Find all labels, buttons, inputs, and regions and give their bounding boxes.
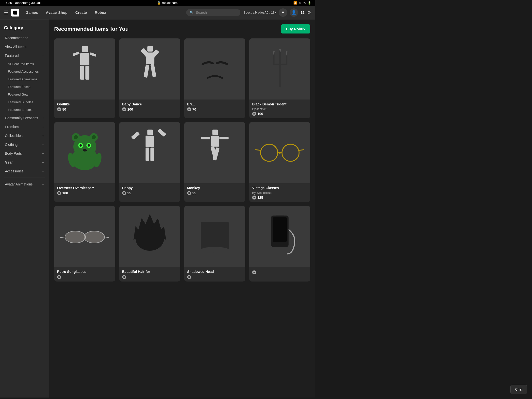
nav-robux[interactable]: Robux (91, 9, 110, 16)
svg-point-60 (201, 247, 229, 253)
search-icon: 🔍 (190, 11, 194, 15)
item-card-retro-sunglasses[interactable]: Retro Sunglasses R (54, 206, 115, 281)
svg-rect-35 (150, 148, 154, 161)
item-card-phone[interactable]: R (249, 206, 310, 281)
nav-avatar-shop[interactable]: Avatar Shop (42, 9, 71, 16)
sidebar-label-recommended: Recommended (5, 36, 28, 40)
item-price-retro-sunglasses: R (57, 275, 112, 279)
price-value-vintage-glasses: 125 (257, 196, 263, 200)
svg-point-48 (65, 231, 86, 243)
hamburger-menu-icon[interactable]: ☰ (4, 10, 8, 16)
sidebar-item-gear[interactable]: Gear + (1, 158, 48, 167)
item-card-shadowed-head[interactable]: Shadowed Head R (184, 206, 245, 281)
nav-links: Games Avatar Shop Create Robux (22, 9, 183, 16)
sidebar-item-accessories[interactable]: Accessories + (1, 167, 48, 176)
item-name-godlike: Godlike (57, 102, 112, 106)
price-value-overseer: 100 (62, 191, 68, 195)
item-info-phone: R (249, 267, 310, 277)
robux-balance: 12 (300, 11, 304, 15)
nav-right: SpectralHadesA5 : 13+ ≡ 👤 12 ⚙ (243, 8, 311, 17)
item-info-monkey: Monkey R 25 (184, 183, 245, 198)
item-price-err: R 70 (187, 107, 242, 111)
sidebar-item-body-parts[interactable]: Body Parts + (1, 149, 48, 158)
item-creator-vintage-glasses: By WhoToTrus (252, 191, 307, 195)
item-info-retro-sunglasses: Retro Sunglasses R (54, 267, 115, 281)
item-card-vintage-glasses[interactable]: Vintage Glasses By WhoToTrus R 125 (249, 122, 310, 202)
battery-indicator: 82 % (299, 1, 306, 5)
sidebar-item-collectibles[interactable]: Collectibles + (1, 131, 48, 140)
item-info-shadowed-head: Shadowed Head R (184, 267, 245, 281)
item-card-baby-dance[interactable]: Baby Dance R 100 (119, 38, 180, 118)
item-card-trident[interactable]: Black Demon Trident By Jazzyx3 R 100 (249, 38, 310, 118)
sidebar-label-featured: Featured (5, 54, 19, 58)
search-bar[interactable]: 🔍 Search (186, 9, 240, 16)
item-card-happy[interactable]: Happy R 25 (119, 122, 180, 202)
svg-rect-37 (211, 136, 219, 147)
item-image-happy (119, 122, 180, 183)
robux-coin-godlike: R (57, 107, 61, 111)
item-price-happy: R 25 (122, 191, 177, 195)
sidebar-item-avatar-animations[interactable]: Avatar Animations + (1, 180, 48, 189)
sidebar-featured-accessories[interactable]: Featured Accessories (2, 68, 49, 75)
sidebar-label-view-all: View All Items (5, 45, 26, 49)
sidebar-all-featured[interactable]: All Featured Items (2, 60, 49, 68)
avatar-icon-btn[interactable]: 👤 (290, 8, 298, 17)
body-parts-expand-icon: + (42, 151, 44, 155)
nav-games[interactable]: Games (22, 9, 41, 16)
wifi-icon: 📶 (293, 1, 297, 5)
status-right: 📶 82 % 🔋 (293, 1, 311, 5)
sidebar-featured-gear[interactable]: Featured Gear (2, 91, 49, 98)
buy-robux-button[interactable]: Buy Robux (281, 24, 310, 33)
svg-line-46 (299, 150, 304, 150)
svg-rect-11 (144, 64, 150, 78)
robux-coin-vintage-glasses: R (252, 196, 256, 200)
item-image-godlike (54, 38, 115, 100)
sidebar-item-community[interactable]: Community Creations + (1, 114, 48, 122)
sidebar-featured-animations[interactable]: Featured Animations (2, 75, 49, 83)
item-info-trident: Black Demon Trident By Jazzyx3 R 100 (249, 100, 310, 118)
svg-rect-1 (82, 46, 88, 52)
list-icon: ≡ (282, 10, 284, 15)
item-card-overseer[interactable]: Overseer Oversleeper: R 100 (54, 122, 115, 202)
content-area: Recommended Items for You Buy Robux (49, 19, 315, 398)
item-card-godlike[interactable]: Godlike R 80 (54, 38, 115, 118)
svg-rect-6 (85, 66, 89, 80)
sidebar-label-community: Community Creations (5, 116, 38, 120)
robux-coin-err: R (187, 107, 191, 111)
robux-coin-phone: R (252, 270, 256, 274)
collectibles-expand-icon: + (42, 134, 44, 138)
item-price-vintage-glasses: R 125 (252, 196, 307, 200)
svg-rect-62 (273, 217, 287, 242)
sidebar-item-view-all[interactable]: View All Items (1, 42, 48, 51)
svg-rect-59 (201, 222, 229, 250)
svg-point-25 (79, 144, 82, 147)
item-image-baby-dance (119, 38, 180, 100)
sidebar-item-clothing[interactable]: Clothing + (1, 140, 48, 149)
svg-rect-38 (201, 137, 210, 139)
settings-icon[interactable]: ⚙ (307, 10, 311, 16)
sidebar-featured-bundles[interactable]: Featured Bundles (2, 98, 49, 106)
svg-rect-33 (157, 129, 166, 137)
item-card-err[interactable]: Err... R 70 (184, 38, 245, 118)
item-info-baby-dance: Baby Dance R 100 (119, 100, 180, 114)
item-name-trident: Black Demon Trident (252, 102, 307, 106)
svg-rect-32 (131, 131, 140, 140)
item-price-shadowed-head: R (187, 275, 242, 279)
inventory-icon-btn[interactable]: ≡ (279, 8, 287, 17)
roblox-logo[interactable] (11, 9, 19, 17)
sidebar-label-gear: Gear (5, 160, 13, 164)
item-card-monkey[interactable]: Monkey R 25 (184, 122, 245, 202)
accessories-expand-icon: + (42, 169, 44, 173)
item-name-baby-dance: Baby Dance (122, 102, 177, 106)
item-card-hair[interactable]: Beautiful Hair for R (119, 206, 180, 281)
item-image-trident (249, 38, 310, 100)
sidebar-featured-faces[interactable]: Featured Faces (2, 83, 49, 91)
battery-icon: 🔋 (308, 1, 311, 5)
item-price-godlike: R 80 (57, 107, 112, 111)
svg-rect-7 (147, 46, 153, 51)
sidebar-item-recommended[interactable]: Recommended (1, 33, 48, 42)
sidebar-item-premium[interactable]: Premium + (1, 122, 48, 131)
sidebar-item-featured[interactable]: Featured − (1, 51, 48, 60)
nav-create[interactable]: Create (72, 9, 90, 16)
sidebar-featured-emotes[interactable]: Featured Emotes (2, 106, 49, 114)
